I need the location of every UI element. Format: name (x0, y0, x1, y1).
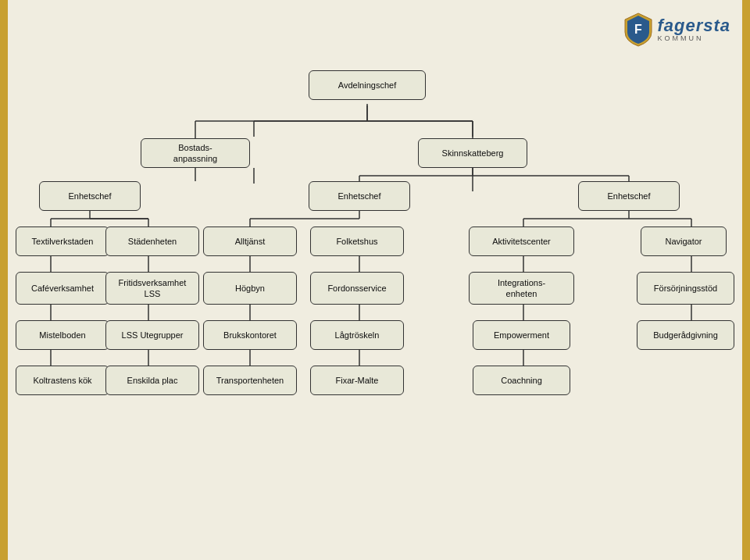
logo-area: F fagersta KOMMUN (623, 12, 730, 47)
node-aktivitetscenter: Aktivitetscenter (469, 226, 574, 256)
node-koltrastens-kok: Koltrastens kök (16, 366, 109, 395)
right-accent-bar (742, 0, 750, 560)
node-enhetschef-2: Enhetschef (309, 181, 410, 211)
svg-text:F: F (635, 23, 643, 36)
logo-name: fagersta (657, 17, 730, 34)
node-lagtrosskeln: Lågtröskeln (310, 320, 404, 350)
node-enhetschef-3: Enhetschef (578, 181, 680, 211)
node-hogbyn: Högbyn (203, 272, 297, 305)
node-lss-utegrupper: LSS Utegrupper (105, 320, 199, 350)
connector-lines (12, 62, 738, 552)
node-empowerment: Empowerment (473, 320, 570, 350)
node-stadenheten: Städenheten (105, 226, 199, 256)
node-forsorjningsstod: Försörjningsstöd (637, 272, 734, 305)
node-avdelningschef: Avdelningschef (309, 70, 426, 100)
logo-shield-icon: F (623, 12, 653, 47)
left-accent-bar (0, 0, 8, 560)
node-enskilda-plac: Enskilda plac (105, 366, 199, 395)
node-fixar-malte: Fixar-Malte (310, 366, 404, 395)
node-bostadsanpassning: Bostads- anpassning (141, 138, 250, 168)
node-folketshus: Folketshus (310, 226, 404, 256)
org-chart: Avdelningschef Bostads- anpassning Skinn… (12, 62, 738, 552)
node-coachning: Coachning (473, 366, 570, 395)
logo-text: fagersta KOMMUN (657, 17, 730, 42)
node-fritidsverksamhet: Fritidsverksamhet LSS (105, 272, 199, 305)
node-alltjanst: Alltjänst (203, 226, 297, 256)
node-mistelboden: Mistelboden (16, 320, 109, 350)
logo-subtitle: KOMMUN (657, 34, 703, 42)
node-enhetschef-1: Enhetschef (39, 181, 141, 211)
node-textilverkstaden: Textilverkstaden (16, 226, 109, 256)
node-integrationsenheten: Integrations- enheten (469, 272, 574, 305)
node-fordonsservice: Fordonsservice (310, 272, 404, 305)
node-brukskontoret: Brukskontoret (203, 320, 297, 350)
node-navigator: Navigator (641, 226, 727, 256)
node-cafeverksamhet: Caféverksamhet (16, 272, 109, 305)
node-skinnskatteberg: Skinnskatteberg (418, 138, 527, 168)
node-budgetradgivning: Budgerådgivning (637, 320, 734, 350)
node-transportenheten: Transportenheten (203, 366, 297, 395)
